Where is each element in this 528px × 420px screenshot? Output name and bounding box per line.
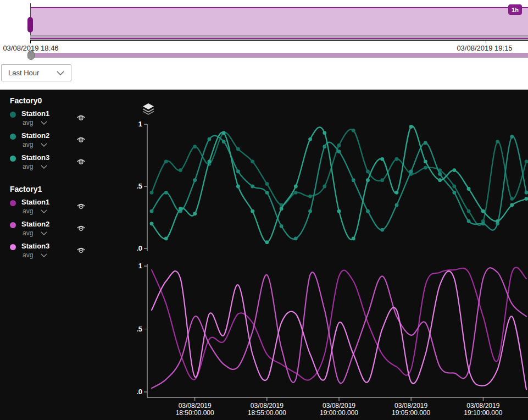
data-point [352,129,355,132]
station-name: Station3 [21,242,130,251]
legend-group: Factory1 Station1 avg Station2 avg [10,185,130,264]
visibility-eye-icon[interactable] [76,113,86,121]
x-tick-date: 03/08/2019 [179,402,212,410]
chevron-down-icon [57,71,64,75]
data-point [164,237,168,241]
chevron-down-icon[interactable] [41,165,47,169]
visibility-eye-icon[interactable] [76,224,86,232]
x-tick-date: 03/08/2019 [394,402,427,410]
legend-station-row[interactable]: Station2 avg [10,220,130,242]
chevron-down-icon[interactable] [41,209,47,213]
visibility-eye-icon[interactable] [76,157,86,165]
availability-brush-selection[interactable] [30,7,528,35]
aggregation-label[interactable]: avg [23,229,33,237]
data-point [179,207,182,211]
x-tick-time: 18:50:00.000 [176,409,214,417]
data-point [395,157,399,161]
y-tick-label: 0.0 [137,244,142,252]
series-color-dot [10,222,16,228]
data-point [222,131,226,135]
data-point [424,159,427,163]
x-tick-time: 19:00:00.000 [320,409,358,417]
data-point [525,191,528,195]
data-point [467,187,471,191]
aggregation-label[interactable]: avg [23,118,33,127]
station-name: Station1 [21,198,130,207]
aggregation-label[interactable]: avg [23,207,33,215]
data-point [179,168,182,172]
aggregation-label[interactable]: avg [23,162,33,171]
data-point [150,222,154,225]
data-point [323,131,326,135]
data-point [452,168,456,172]
x-tick-time: 19:10:00.000 [464,409,502,417]
legend-station-row[interactable]: Station2 avg [10,131,130,153]
data-point [150,191,154,195]
data-point [409,169,413,173]
legend-station-row[interactable]: Station1 avg [10,198,130,220]
chevron-down-icon[interactable] [41,121,47,125]
data-point [467,219,471,223]
legend-station-row[interactable]: Station3 avg [10,242,130,264]
chevron-down-icon[interactable] [41,231,47,235]
data-point [294,237,298,241]
data-point [308,137,312,141]
series-color-dot [10,200,16,206]
station-name: Station3 [21,153,130,162]
x-tick-time: 18:55:00.000 [248,409,286,417]
visibility-eye-icon[interactable] [76,202,86,210]
series-line [152,271,526,389]
station-name: Station1 [21,109,130,118]
aggregation-label[interactable]: avg [23,251,33,259]
y-tick-label: 1 [138,262,142,270]
data-point [510,135,514,139]
chevron-down-icon[interactable] [41,143,47,147]
data-point [208,137,212,141]
data-point [380,157,384,161]
data-point [352,237,355,241]
x-tick-date: 03/08/2019 [466,402,499,410]
data-point [164,159,168,163]
chevron-down-icon[interactable] [41,253,47,257]
data-point [496,140,499,143]
aggregation-label[interactable]: avg [23,140,33,149]
station-name: Station2 [21,131,130,140]
data-point [193,178,197,182]
series-legend: Factory0 Station1 avg Station2 avg [10,96,130,273]
data-point [337,143,341,147]
range-duration-badge: 1h [508,4,522,15]
visibility-eye-icon[interactable] [76,246,86,254]
data-point [280,207,284,211]
data-point [481,222,485,225]
visibility-eye-icon[interactable] [76,135,86,143]
data-point [236,169,240,173]
quick-time-dropdown[interactable]: Last Hour [1,64,71,81]
data-point [337,209,341,213]
timeline-slider-track[interactable] [30,53,528,58]
data-point [525,197,528,201]
data-point [236,147,240,151]
data-point [366,209,370,213]
range-end-label: 03/08/2019 19:15 [457,44,512,52]
data-point [208,159,212,163]
data-point [251,185,254,189]
data-point [424,166,427,170]
line-charts[interactable]: 10.50.010.50.003/08/201918:50:00.00003/0… [137,90,528,420]
tsi-explorer: 1h 03/08/2019 18:46 03/08/2019 19:15 Las… [0,0,528,420]
data-point [265,182,269,186]
data-point [452,185,456,189]
data-point [251,159,254,163]
data-point [525,159,528,163]
legend-station-row[interactable]: Station1 avg [10,109,130,131]
data-point [438,172,442,176]
timeline-slider-handle[interactable] [27,51,35,60]
data-point [409,125,413,129]
data-point [366,178,370,182]
data-point [222,140,226,143]
quick-time-selected: Last Hour [8,69,39,77]
data-point [265,240,269,244]
data-point [294,191,298,195]
legend-station-row[interactable]: Station3 avg [10,153,130,175]
brush-left-handle[interactable] [27,17,33,32]
data-point [251,209,254,213]
